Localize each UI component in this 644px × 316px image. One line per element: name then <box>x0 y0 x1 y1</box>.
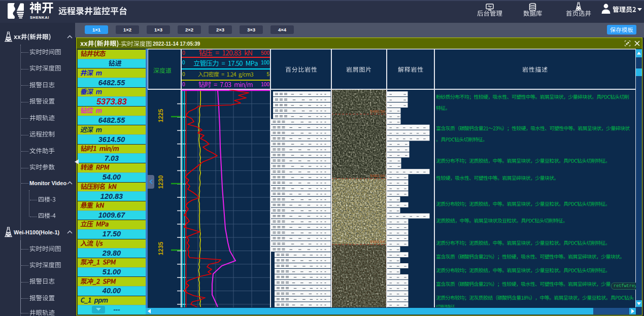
svg-text:5482.04: 5482.04 <box>370 173 385 178</box>
svg-text:1235: 1235 <box>157 241 164 255</box>
svg-text:1230: 1230 <box>157 175 164 189</box>
svg-text:1225: 1225 <box>157 109 164 122</box>
svg-text:5483.54: 5483.54 <box>370 239 385 244</box>
svg-text:5480.58: 5480.58 <box>370 109 385 114</box>
